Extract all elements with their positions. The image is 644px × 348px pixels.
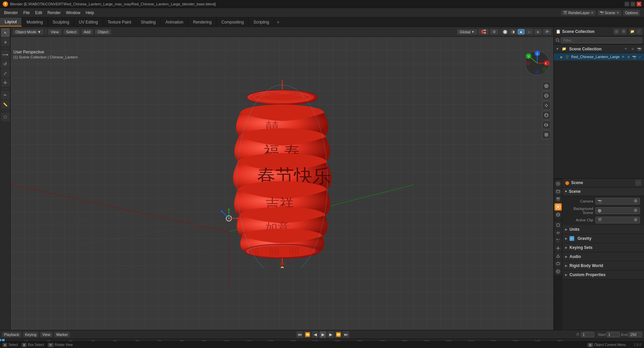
tab-sculpting[interactable]: Sculpting: [48, 17, 74, 27]
object-menu[interactable]: Object: [95, 29, 111, 35]
gravity-section-header[interactable]: ▶ ✓ Gravity: [562, 234, 644, 243]
outliner-filter-button[interactable]: ⊟: [613, 29, 620, 35]
menu-help[interactable]: Help: [83, 10, 97, 16]
rigid-body-header[interactable]: ▶ Rigid Body World: [562, 261, 644, 270]
props-tab-object[interactable]: [554, 221, 562, 229]
custom-properties-header[interactable]: ▶ Custom Properties: [562, 270, 644, 279]
props-tab-scene[interactable]: [554, 203, 562, 211]
bg-scene-eye-button[interactable]: [634, 208, 638, 213]
view-menu[interactable]: View: [48, 29, 61, 35]
object-eye-icon[interactable]: 👁: [621, 55, 625, 59]
gravity-checkbox[interactable]: ✓: [569, 236, 574, 241]
viewport-canvas[interactable]: 囍: [11, 37, 553, 330]
tab-shading[interactable]: Shading: [136, 17, 161, 27]
move-tool-button[interactable]: ⟿: [1, 50, 10, 59]
menu-window[interactable]: Window: [63, 10, 83, 16]
menu-render[interactable]: Render: [45, 10, 63, 16]
zoom-in-button[interactable]: [542, 82, 551, 90]
frame-counter-icon[interactable]: ⏱: [576, 333, 580, 337]
solid-shading-button[interactable]: ⬤: [501, 29, 509, 35]
navigation-gizmo[interactable]: X Y Z: [524, 50, 551, 77]
menu-blender[interactable]: Blender: [1, 10, 20, 16]
end-frame-input[interactable]: [629, 332, 642, 337]
props-tab-output[interactable]: [554, 188, 562, 195]
props-tab-physics[interactable]: [554, 245, 562, 252]
orbit-button[interactable]: [542, 111, 551, 120]
camera-eye-button[interactable]: [634, 199, 638, 204]
props-tab-material[interactable]: [554, 268, 562, 275]
camera-view-button[interactable]: [542, 121, 551, 129]
menu-edit[interactable]: Edit: [33, 10, 45, 16]
props-tab-render[interactable]: [554, 180, 562, 187]
next-keyframe-button[interactable]: ▶: [327, 331, 334, 338]
audio-section-header[interactable]: ▶ Audio: [562, 252, 644, 261]
scene-section-header[interactable]: ▼ Scene: [562, 187, 644, 196]
object-mode-selector[interactable]: Object Mode ▼: [13, 29, 44, 35]
prev-keyframe-button[interactable]: ◀: [312, 331, 318, 338]
next-frame-button[interactable]: ⏩: [335, 331, 342, 338]
tab-compositing[interactable]: Compositing: [217, 17, 249, 27]
keying-menu[interactable]: Keying: [23, 332, 39, 337]
outliner-new-collection[interactable]: 📁: [629, 29, 635, 35]
props-tab-constraints[interactable]: [554, 252, 562, 260]
viewport-shading-type[interactable]: Global ▼: [457, 29, 477, 35]
rendered-shading-button[interactable]: ●: [517, 29, 525, 35]
tab-layout[interactable]: Layout: [0, 17, 22, 27]
play-button[interactable]: ▶: [319, 331, 326, 338]
outliner-search-input[interactable]: [561, 37, 642, 43]
snap-button[interactable]: 🧲: [479, 29, 489, 35]
scene-selector[interactable]: 📷 Scene ▼: [598, 10, 621, 15]
jump-to-end-button[interactable]: ⏭: [343, 331, 349, 338]
transform-tool-button[interactable]: ✛: [1, 78, 10, 87]
pan-button[interactable]: [542, 101, 551, 110]
viewport-overlays[interactable]: ≡: [534, 29, 542, 35]
outliner-scene-collection[interactable]: ▼ 📁 Scene Collection 👁 ⊕ 📷: [554, 45, 644, 53]
select-tool-button[interactable]: ↖: [1, 28, 10, 37]
props-tab-particles[interactable]: [554, 237, 562, 244]
scene-panel-options[interactable]: ⋯: [635, 180, 641, 186]
scale-tool-button[interactable]: ⤢: [1, 69, 10, 78]
active-clip-value[interactable]: 🎬: [595, 217, 640, 223]
outliner-settings-button[interactable]: ⚙: [621, 29, 627, 35]
jump-to-start-button[interactable]: ⏮: [296, 331, 303, 338]
collection-eye-icon[interactable]: 👁: [623, 47, 629, 51]
add-menu[interactable]: Add: [81, 29, 93, 35]
tab-rendering[interactable]: Rendering: [188, 17, 216, 27]
outliner-object-item[interactable]: ▶ ▽ Red_Chinese_Lantern_Large 👁 ⊕ 📷 ✓: [554, 53, 644, 60]
select-menu[interactable]: Select: [63, 29, 79, 35]
collection-render-icon[interactable]: 📷: [637, 47, 642, 51]
rotate-tool-button[interactable]: ↺: [1, 59, 10, 68]
options-button[interactable]: Options: [623, 10, 640, 16]
tab-animation[interactable]: Animation: [161, 17, 188, 27]
tab-texture-paint[interactable]: Texture Paint: [103, 17, 136, 27]
playback-menu[interactable]: Playback: [2, 332, 21, 337]
props-tab-world[interactable]: [554, 211, 562, 218]
current-frame-input[interactable]: [581, 332, 594, 337]
close-button[interactable]: ✕: [637, 2, 641, 6]
marker-menu[interactable]: Marker: [54, 332, 70, 337]
measure-button[interactable]: 📏: [1, 100, 10, 109]
zoom-out-button[interactable]: [542, 91, 551, 100]
3d-viewport[interactable]: Object Mode ▼ View Select Add Object Glo…: [11, 27, 553, 330]
material-shading-button[interactable]: ◑: [509, 29, 517, 35]
camera-value[interactable]: 📷: [595, 198, 640, 205]
props-tab-object-data[interactable]: [554, 260, 562, 267]
props-tab-modifier[interactable]: [554, 229, 562, 236]
keying-sets-header[interactable]: ▶ Keying Sets: [562, 243, 644, 252]
minimize-button[interactable]: —: [625, 2, 629, 6]
add-workspace-button[interactable]: +: [274, 18, 282, 26]
object-vis-icon[interactable]: ✓: [638, 55, 642, 59]
prev-frame-button[interactable]: ⏪: [304, 331, 311, 338]
object-render-icon[interactable]: 📷: [632, 55, 637, 59]
background-scene-value[interactable]: ⬤: [595, 207, 640, 214]
tab-scripting[interactable]: Scripting: [249, 17, 274, 27]
active-clip-eye-button[interactable]: [634, 218, 638, 222]
menu-file[interactable]: File: [20, 10, 32, 16]
frame-selected-button[interactable]: [542, 130, 551, 139]
props-tab-view-layer[interactable]: [554, 195, 562, 203]
proportional-edit[interactable]: ⊙: [490, 29, 498, 35]
start-frame-input[interactable]: [606, 332, 620, 337]
collection-cursor-icon[interactable]: ⊕: [630, 47, 635, 51]
outliner-sync[interactable]: ↕: [636, 29, 642, 35]
wireframe-shading-button[interactable]: ○: [526, 29, 533, 35]
